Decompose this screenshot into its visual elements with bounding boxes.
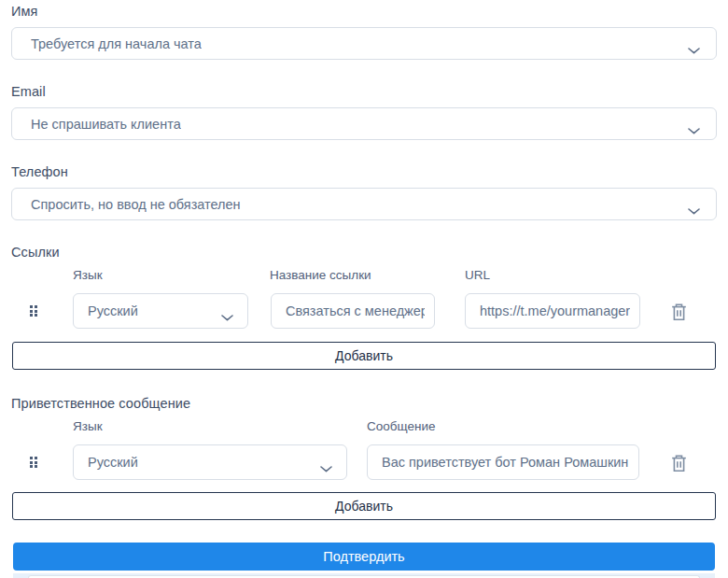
links-name-column-label: Название ссылки — [270, 268, 371, 282]
links-section-title: Ссылки — [11, 245, 60, 260]
email-field-label: Email — [11, 84, 46, 99]
phone-field-label: Телефон — [11, 164, 68, 179]
links-add-button[interactable]: Добавить — [12, 342, 716, 370]
welcome-language-select[interactable]: Русский — [73, 444, 347, 480]
name-policy-select[interactable]: Требуется для начала чата — [11, 27, 717, 60]
welcome-add-button[interactable]: Добавить — [12, 492, 716, 520]
trash-icon — [671, 310, 687, 324]
welcome-section-title: Приветственное сообщение — [11, 396, 190, 411]
link-row-drag-area[interactable] — [30, 305, 37, 317]
link-language-value: Русский — [88, 303, 138, 318]
submit-button[interactable]: Подтвердить — [13, 543, 715, 571]
chevron-down-icon — [221, 308, 233, 325]
phone-policy-select[interactable]: Спросить, но ввод не обязателен — [11, 188, 717, 220]
drag-handle-icon — [30, 457, 37, 468]
welcome-language-column-label: Язык — [73, 419, 103, 433]
trash-icon — [671, 461, 687, 475]
name-field-label: Имя — [11, 4, 38, 19]
link-row-delete-button[interactable] — [671, 303, 687, 321]
chevron-down-icon — [688, 202, 700, 219]
link-url-input[interactable] — [465, 293, 640, 329]
links-language-column-label: Язык — [73, 268, 103, 282]
chevron-down-icon — [688, 41, 700, 58]
welcome-row-drag-area[interactable] — [30, 457, 37, 468]
link-name-input[interactable] — [271, 293, 435, 329]
welcome-language-value: Русский — [88, 455, 138, 470]
email-policy-value: Не спрашивать клиента — [31, 117, 181, 132]
chevron-down-icon — [320, 459, 332, 476]
links-url-column-label: URL — [465, 268, 490, 282]
chevron-down-icon — [688, 121, 700, 138]
drag-handle-icon — [30, 305, 37, 317]
link-language-select[interactable]: Русский — [73, 293, 248, 329]
welcome-row-delete-button[interactable] — [671, 455, 687, 472]
email-policy-select[interactable]: Не спрашивать клиента — [11, 107, 717, 140]
phone-policy-value: Спросить, но ввод не обязателен — [31, 197, 241, 212]
welcome-message-input[interactable] — [367, 444, 639, 480]
welcome-message-column-label: Сообщение — [367, 419, 435, 433]
name-policy-value: Требуется для начала чата — [31, 36, 202, 51]
